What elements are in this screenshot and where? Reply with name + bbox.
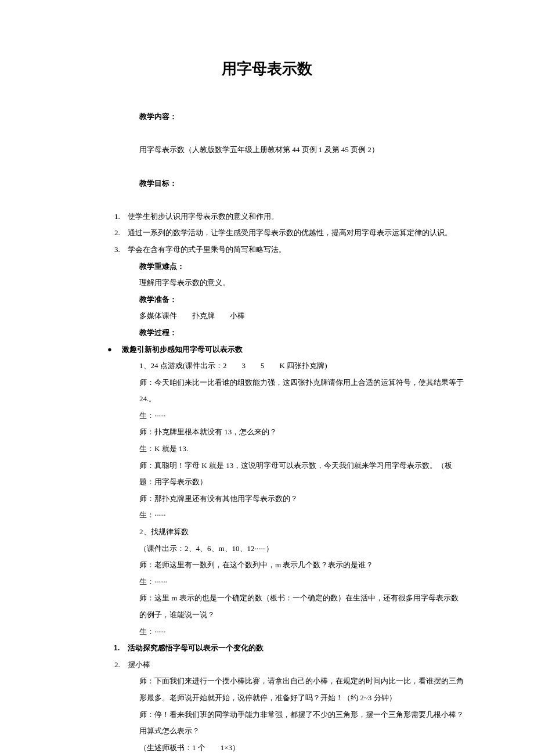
- body-line: 师：老师这里有一数列，在这个数列中，m 表示几个数？表示的是谁？: [139, 557, 464, 574]
- body-line: 生：······: [139, 507, 464, 524]
- heading-prep: 教学准备：: [139, 291, 464, 308]
- body-line: 师：停！看来我们班的同学动手能力非常强，都摆了不少的三角形，摆一个三角形需要几根…: [139, 707, 464, 740]
- body-line: 生：K 就是 13.: [139, 441, 464, 458]
- difficulty-text: 理解用字母表示数的意义。: [139, 275, 464, 291]
- body-line: 生：·······: [139, 574, 464, 591]
- goal-item: 学会在含有字母的式子里乘号的简写和略写法。: [122, 242, 476, 258]
- activity-list: 活动探究感悟字母可以表示一个变化的数 摆小棒: [110, 640, 476, 673]
- body-line: 师：扑克牌里根本就没有 13，怎么来的？: [139, 424, 464, 441]
- body-line: 2、找规律算数: [139, 524, 464, 541]
- body-line: 生：······: [139, 624, 464, 640]
- body-line: 师：今天咱们来比一比看谁的组数能力强，这四张扑克牌请你用上合适的运算符号，使其结…: [139, 375, 464, 408]
- heading-process: 教学过程：: [139, 325, 464, 341]
- body-line: 师：下面我们来进行一个摆小棒比赛，请拿出自己的小棒，在规定的时间内比一比，看谁摆…: [139, 673, 464, 706]
- body-line: 生：······: [139, 408, 464, 424]
- section-bullet-row: ● 激趣引新初步感知用字母可以表示数: [107, 341, 476, 358]
- goal-list: 使学生初步认识用字母表示数的意义和作用。 通过一系列的数学活动，让学生感受用字母…: [110, 208, 476, 258]
- heading-difficulty: 教学重难点：: [139, 258, 464, 275]
- body-line: 师：那扑克牌里还有没有其他用字母表示数的？: [139, 491, 464, 507]
- body-line: （课件出示：2、4、6、m、10、12······）: [139, 541, 464, 557]
- body-line: （生述师板书：1 个 1×3）: [139, 740, 464, 756]
- heading-goal: 教学目标：: [139, 175, 464, 192]
- body-line: 1、24 点游戏(课件出示：2 3 5 K 四张扑克牌): [139, 358, 464, 375]
- body-line: 师：真聪明！字母 K 就是 13，这说明字母可以表示数，今天我们就来学习用字母表…: [139, 458, 464, 491]
- section1-body: 1、24 点游戏(课件出示：2 3 5 K 四张扑克牌) 师：今天咱们来比一比看…: [139, 358, 464, 640]
- goal-item: 通过一系列的数学活动，让学生感受用字母表示数的优越性，提高对用字母表示运算定律的…: [122, 225, 476, 242]
- activity-item: 摆小棒: [122, 657, 476, 674]
- content-text: 用字母表示数（人教版数学五年级上册教材第 44 页例 1 及第 45 页例 2）: [139, 142, 464, 159]
- goal-item: 使学生初步认识用字母表示数的意义和作用。: [122, 208, 476, 225]
- body-line: 师：这里 m 表示的也是一个确定的数（板书：一个确定的数）在生活中，还有很多用字…: [139, 590, 464, 623]
- section1-heading: 激趣引新初步感知用字母可以表示数: [122, 341, 243, 358]
- section2-body: 师：下面我们来进行一个摆小棒比赛，请拿出自己的小棒，在规定的时间内比一比，看谁摆…: [139, 673, 464, 756]
- heading-content: 教学内容：: [139, 109, 464, 125]
- activity-item: 活动探究感悟字母可以表示一个变化的数: [122, 640, 476, 657]
- bullet-icon: ●: [107, 341, 122, 358]
- page-title: 用字母表示数: [58, 52, 476, 85]
- prep-text: 多媒体课件 扑克牌 小棒: [139, 308, 464, 325]
